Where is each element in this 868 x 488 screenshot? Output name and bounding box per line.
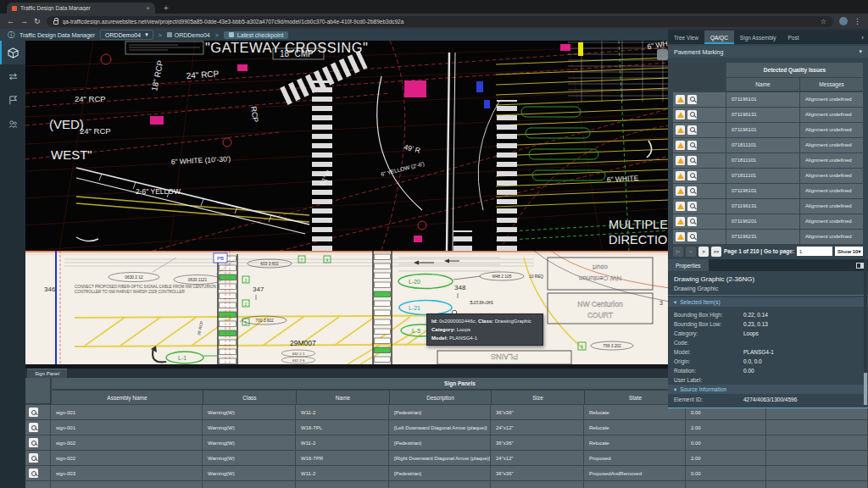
magnifier-icon	[31, 456, 36, 461]
tab-sign-panel[interactable]: Sign Panel	[27, 369, 67, 378]
tab-close-icon[interactable]: ×	[146, 5, 150, 12]
tabs-overflow-icon[interactable]: ›	[857, 30, 868, 44]
sidebar-item-flags[interactable]	[0, 88, 25, 112]
tab-sign-assembly[interactable]: Sign Assembly	[734, 30, 782, 44]
issue-row[interactable]: 071196101Alignment undefined	[673, 123, 863, 137]
source-information-section[interactable]: ▾ Source Information	[668, 385, 868, 394]
zoom-to-button[interactable]	[687, 156, 697, 165]
zoom-to-button[interactable]	[687, 217, 697, 226]
warning-button[interactable]	[676, 202, 685, 211]
breadcrumb-separator: >	[159, 32, 162, 38]
loop-l5: L-5	[412, 328, 420, 334]
cad-viewport[interactable]: "GATEWAY CROSSING" 18" CMP 18" RCP 24" R…	[25, 41, 670, 251]
browser-tab[interactable]: Traffic Design Data Manager ×	[7, 3, 155, 14]
sidebar-item-model[interactable]	[0, 41, 25, 64]
col-assembly-name[interactable]: Assembly Name	[52, 391, 203, 404]
zoom-to-button[interactable]	[687, 125, 697, 135]
locate-button[interactable]	[29, 438, 38, 447]
sign-panels-rows: sign-001Warning(W)W11-2[Pedestrian]36"x3…	[25, 405, 868, 488]
sidebar-item-users[interactable]	[0, 112, 25, 136]
issue-row[interactable]: 071811101Alignment undefined	[673, 153, 863, 168]
table-row[interactable]: sign-002Warning(W)W11-2[Pedestrian]36"x3…	[25, 435, 868, 450]
label-pb: PB	[217, 256, 224, 261]
issue-row[interactable]: 071196231Alignment undefined	[673, 230, 863, 244]
plan-sheet-viewport[interactable]: 346 CONNECT PROPOSED FIBER-OPTIC SIGNAL …	[25, 251, 670, 364]
zoom-to-button[interactable]	[687, 110, 697, 119]
checkpoint-chip[interactable]: Latest checkpoint	[224, 31, 288, 39]
url-bar[interactable]: qa-trafficdesign.azurewebsites.net/view/…	[47, 16, 833, 27]
warning-button[interactable]	[676, 141, 685, 150]
profile-avatar[interactable]	[839, 17, 848, 25]
warning-icon	[677, 97, 684, 103]
col-name[interactable]: Name	[297, 391, 390, 404]
warning-button[interactable]	[676, 232, 685, 241]
warning-button[interactable]	[676, 95, 685, 104]
col-class[interactable]: Class	[203, 391, 297, 404]
zoom-to-button[interactable]	[687, 95, 697, 104]
issue-row[interactable]: 071196201Alignment undefined	[673, 214, 863, 229]
goto-page-input[interactable]	[797, 247, 832, 256]
sheet-annotations: 346 CONNECT PROPOSED FIBER-OPTIC SIGNAL …	[44, 253, 663, 364]
breadcrumb-model[interactable]: ORDDemo04	[167, 32, 210, 38]
tab-qaqc[interactable]: QA/QC	[704, 30, 734, 44]
warning-button[interactable]	[676, 110, 685, 119]
panel-layout-icon[interactable]	[856, 263, 864, 269]
tab-post[interactable]: Post	[782, 30, 805, 44]
label-plains: PLAINS	[491, 352, 518, 361]
property-row: Origin:0.0, 0.0	[674, 357, 860, 366]
tab-tree-view[interactable]: Tree View	[668, 30, 704, 44]
loop-l21: L-21	[409, 305, 420, 311]
locate-button[interactable]	[29, 408, 38, 417]
table-row[interactable]: sign-001Warning(W)W16-7PL[Left Downward …	[25, 420, 868, 435]
warning-button[interactable]	[676, 217, 685, 226]
favicon-icon	[12, 6, 17, 11]
pavement-marking-header[interactable]: Pavement Marking ▾	[668, 46, 868, 58]
sidebar-item-sync[interactable]	[0, 64, 25, 88]
zoom-to-button[interactable]	[687, 141, 697, 150]
tooltip-model-value: PLANSG4-1	[449, 336, 477, 341]
warning-button[interactable]	[676, 171, 685, 180]
zoom-to-button[interactable]	[687, 186, 697, 196]
issue-row[interactable]: 071196131Alignment undefined	[673, 108, 863, 122]
project-name: ORDDemo04	[105, 32, 141, 38]
tab-properties[interactable]: Properties	[668, 259, 709, 271]
issue-row[interactable]: 071196101Alignment undefined	[673, 184, 863, 198]
last-page-button[interactable]: >>	[711, 247, 721, 257]
issue-row[interactable]: 071196101Alignment undefined	[673, 92, 863, 107]
issues-table-title: Detected Quality Issues	[726, 63, 863, 77]
warning-button[interactable]	[676, 186, 685, 196]
table-row[interactable]: sign-003Warning(W)W11-2[Pedestrian]36"x3…	[25, 466, 868, 480]
prev-page-button[interactable]: <	[686, 247, 696, 257]
issue-row[interactable]: 071811101Alignment undefined	[673, 169, 863, 183]
issue-row[interactable]: 071196131Alignment undefined	[673, 199, 863, 214]
panel-scrollbar-thumb[interactable]	[864, 373, 867, 405]
locate-button[interactable]	[29, 423, 38, 432]
table-row[interactable]	[25, 481, 868, 488]
browser-tab-strip: Traffic Design Data Manager × +	[0, 0, 868, 14]
zoom-to-button[interactable]	[687, 171, 697, 180]
col-description[interactable]: Description	[390, 391, 492, 404]
browser-menu-icon[interactable]: ⋮	[854, 18, 861, 25]
page-size-select[interactable]: Show 10▾	[835, 247, 863, 256]
first-page-button[interactable]: |<	[673, 247, 683, 257]
forward-button[interactable]: →	[20, 18, 28, 25]
next-page-button[interactable]: >	[698, 247, 709, 257]
zoom-to-button[interactable]	[687, 202, 697, 211]
warning-button[interactable]	[676, 125, 685, 135]
selected-items-section[interactable]: ▾ Selected Item(s)	[668, 297, 868, 307]
pavement-marking-label: Pavement Marking	[674, 49, 723, 55]
locate-button[interactable]	[29, 453, 38, 463]
zoom-to-button[interactable]	[687, 232, 697, 241]
back-button[interactable]: ←	[7, 18, 14, 25]
info-icon[interactable]: ⓘ	[8, 30, 14, 40]
table-row[interactable]: sign-002Warning(W)W16-7PR[Right Downward…	[25, 451, 868, 465]
reload-button[interactable]: ↻	[34, 18, 41, 25]
new-tab-button[interactable]: +	[164, 3, 169, 13]
col-size[interactable]: Size	[492, 391, 585, 404]
locate-button[interactable]	[29, 469, 38, 478]
project-dropdown[interactable]: ORDDemo04 ▾	[100, 30, 153, 40]
warning-icon	[677, 203, 684, 209]
bookmark-star-icon[interactable]: ☆	[821, 18, 826, 25]
issue-row[interactable]: 071811101Alignment undefined	[673, 138, 863, 152]
warning-button[interactable]	[676, 156, 685, 165]
